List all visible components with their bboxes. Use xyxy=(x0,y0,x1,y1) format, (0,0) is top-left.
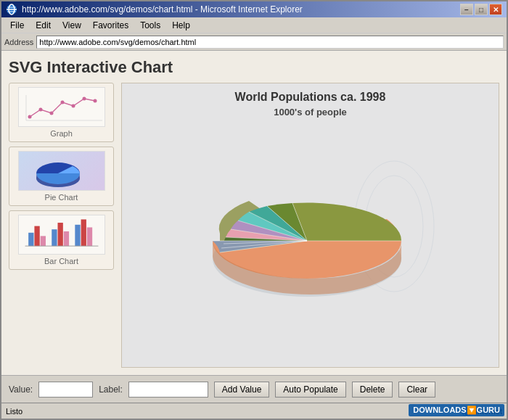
menu-file[interactable]: File xyxy=(4,19,30,32)
sidebar-item-graph[interactable]: Graph xyxy=(9,83,114,142)
bottom-toolbar: Value: Label: Add Value Auto Populate De… xyxy=(1,375,507,403)
address-bar: Address xyxy=(1,33,507,51)
ie-icon xyxy=(6,4,17,15)
window-title: http://www.adobe.com/svg/demos/chart.htm… xyxy=(22,4,303,15)
auto-populate-button[interactable]: Auto Populate xyxy=(275,382,345,398)
label-label: Label: xyxy=(99,384,123,395)
bar-thumbnail xyxy=(18,215,105,255)
minimize-button[interactable]: − xyxy=(460,4,473,15)
add-value-button[interactable]: Add Value xyxy=(214,382,270,398)
delete-button[interactable]: Delete xyxy=(352,382,393,398)
sidebar: Graph xyxy=(9,83,114,368)
address-input[interactable] xyxy=(36,36,504,49)
svg-rect-20 xyxy=(40,236,45,246)
svg-rect-25 xyxy=(81,219,86,246)
svg-point-8 xyxy=(28,115,31,119)
svg-point-9 xyxy=(38,108,42,112)
menu-edit[interactable]: Edit xyxy=(30,19,57,32)
menu-help[interactable]: Help xyxy=(166,19,196,32)
value-input[interactable] xyxy=(38,382,93,398)
menu-bar: File Edit View Favorites Tools Help xyxy=(1,17,507,33)
titlebar-left: http://www.adobe.com/svg/demos/chart.htm… xyxy=(6,4,303,15)
svg-rect-24 xyxy=(75,225,80,246)
graph-label: Graph xyxy=(50,129,73,138)
clear-button[interactable]: Clear xyxy=(398,382,435,398)
chart-title: World Populations ca. 1998 xyxy=(235,91,386,104)
svg-point-14 xyxy=(93,99,97,103)
sidebar-item-bar[interactable]: Bar Chart xyxy=(9,210,114,270)
graph-thumbnail xyxy=(18,87,105,127)
maximize-button[interactable]: □ xyxy=(475,4,488,15)
main-content: SVG Interactive Chart xyxy=(1,51,507,403)
svg-point-10 xyxy=(49,112,53,115)
main-pie-chart xyxy=(176,125,445,328)
menu-tools[interactable]: Tools xyxy=(134,19,166,32)
svg-point-11 xyxy=(60,101,64,104)
menu-favorites[interactable]: Favorites xyxy=(87,19,134,32)
bar-label: Bar Chart xyxy=(44,257,78,265)
menu-view[interactable]: View xyxy=(57,19,87,32)
status-text: Listo xyxy=(6,407,461,416)
close-button[interactable]: ✕ xyxy=(489,4,502,15)
titlebar: http://www.adobe.com/svg/demos/chart.htm… xyxy=(1,1,507,17)
svg-rect-5 xyxy=(19,88,105,127)
svg-point-13 xyxy=(82,97,86,101)
chart-subtitle: 1000's of people xyxy=(274,107,347,118)
value-label: Value: xyxy=(9,384,33,395)
sidebar-item-pie[interactable]: Pie Chart xyxy=(9,147,114,206)
page-title: SVG Interactive Chart xyxy=(9,58,499,77)
label-input[interactable] xyxy=(128,382,208,398)
watermark: DOWNLOADS🔽GURU xyxy=(409,404,504,416)
svg-rect-22 xyxy=(57,223,62,246)
svg-rect-21 xyxy=(52,229,57,246)
window: http://www.adobe.com/svg/demos/chart.htm… xyxy=(0,0,508,420)
page-area: SVG Interactive Chart xyxy=(1,51,507,375)
address-label: Address xyxy=(4,38,33,46)
pie-label: Pie Chart xyxy=(45,193,78,202)
svg-rect-26 xyxy=(86,227,91,246)
titlebar-buttons: − □ ✕ xyxy=(460,4,502,15)
svg-rect-19 xyxy=(34,226,39,247)
svg-rect-18 xyxy=(28,233,33,246)
content-row: Graph xyxy=(9,83,499,368)
pie-thumbnail xyxy=(18,151,105,191)
chart-area: World Populations ca. 1998 1000's of peo… xyxy=(121,83,499,368)
svg-rect-23 xyxy=(63,231,68,246)
svg-point-12 xyxy=(71,104,75,108)
